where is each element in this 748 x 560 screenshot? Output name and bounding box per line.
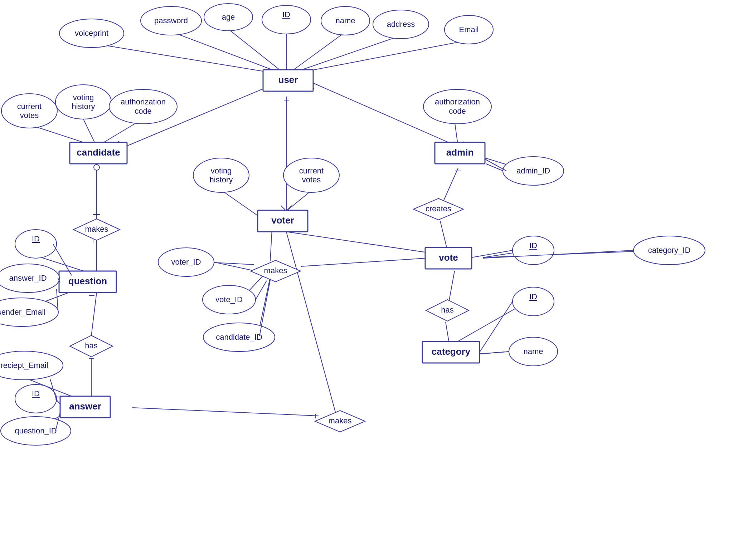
entity-candidate: candidate	[70, 142, 127, 164]
attr-makes2-candidate-id: candidate_ID	[203, 323, 275, 352]
attr-vote-category-id: category_ID	[633, 236, 705, 265]
attr-user-address: address	[373, 10, 429, 39]
svg-text:answer: answer	[69, 401, 101, 412]
rel-creates: creates	[413, 198, 463, 220]
svg-text:history: history	[72, 102, 95, 111]
svg-text:history: history	[210, 175, 233, 184]
svg-text:name: name	[523, 347, 543, 356]
attr-question-answer-id: answer_ID	[0, 264, 59, 293]
svg-line-160	[480, 301, 513, 352]
svg-point-95	[262, 5, 311, 34]
svg-text:votes: votes	[20, 111, 39, 120]
attr-user-email: Email	[445, 15, 493, 44]
svg-line-31	[270, 229, 272, 261]
svg-text:question: question	[68, 276, 107, 286]
svg-point-129	[513, 236, 554, 265]
rel-makes1: makes	[73, 219, 120, 240]
attr-user-age: age	[204, 4, 253, 31]
rel-makes3: makes	[315, 411, 365, 432]
svg-text:has: has	[85, 341, 97, 350]
svg-line-44	[440, 221, 447, 250]
svg-text:password: password	[154, 16, 188, 25]
svg-text:makes: makes	[264, 266, 287, 275]
svg-text:voting: voting	[73, 93, 94, 102]
entity-category: category	[422, 342, 480, 363]
attr-admin-auth-code: authorization code	[423, 89, 491, 124]
entity-user: user	[263, 70, 313, 91]
er-diagram: user candidate voter admin question answ…	[0, 0, 748, 560]
svg-line-42	[444, 168, 458, 200]
svg-text:voiceprint: voiceprint	[75, 29, 108, 38]
svg-line-39	[286, 232, 437, 254]
svg-text:candidate_ID: candidate_ID	[216, 333, 262, 342]
svg-text:authorization: authorization	[121, 97, 166, 106]
svg-text:question_ID: question_ID	[15, 426, 57, 435]
svg-line-29	[222, 191, 261, 218]
svg-text:admin: admin	[446, 147, 474, 158]
svg-text:vote_ID: vote_ID	[215, 295, 243, 304]
attr-cand-auth-code: authorization code	[109, 89, 177, 124]
svg-line-5	[286, 33, 344, 75]
entity-question: question	[59, 271, 116, 293]
svg-text:votes: votes	[302, 175, 321, 184]
svg-line-8	[97, 44, 286, 75]
entity-answer: answer	[60, 396, 110, 418]
attr-admin-id: admin_ID	[503, 157, 564, 185]
svg-text:voter: voter	[271, 215, 294, 226]
svg-text:vote: vote	[439, 252, 458, 263]
svg-text:makes: makes	[329, 416, 352, 425]
svg-text:age: age	[222, 13, 235, 21]
svg-text:name: name	[335, 16, 355, 25]
svg-text:creates: creates	[426, 204, 451, 213]
attr-user-voiceprint: voiceprint	[59, 19, 124, 48]
svg-point-143	[15, 230, 57, 258]
attr-cand-current-votes: current votes	[1, 94, 57, 128]
svg-line-4	[229, 30, 286, 75]
svg-text:ID: ID	[282, 10, 290, 19]
attr-answer-reciept-email: reciept_Email	[0, 351, 63, 380]
svg-text:code: code	[135, 107, 152, 116]
attr-question-id: ID	[15, 230, 57, 258]
svg-text:candidate: candidate	[77, 147, 120, 158]
svg-text:has: has	[441, 305, 453, 314]
attr-user-name: name	[321, 6, 370, 35]
svg-text:voting: voting	[211, 166, 232, 175]
svg-text:current: current	[17, 102, 42, 111]
svg-line-3	[175, 33, 286, 75]
svg-line-157	[256, 281, 267, 300]
svg-text:user: user	[278, 74, 298, 85]
svg-line-161	[480, 352, 509, 354]
attr-vote-id: ID	[513, 236, 554, 265]
rel-has2: has	[426, 300, 469, 321]
svg-line-64	[132, 408, 319, 416]
svg-text:current: current	[299, 166, 324, 175]
svg-text:answer_ID: answer_ID	[9, 274, 47, 283]
svg-line-66	[286, 232, 336, 416]
svg-text:Email: Email	[459, 25, 479, 34]
attr-user-id: ID	[262, 5, 311, 34]
svg-line-54	[91, 293, 97, 336]
attr-category-name: name	[509, 337, 558, 366]
svg-text:ID: ID	[32, 234, 40, 243]
svg-line-50	[446, 322, 449, 343]
svg-point-151	[15, 384, 57, 413]
svg-line-30	[286, 191, 311, 211]
attr-answer-question-id: question_ID	[1, 417, 71, 445]
svg-text:ID: ID	[32, 389, 40, 398]
svg-text:authorization: authorization	[435, 97, 480, 106]
svg-line-48	[449, 271, 455, 300]
attr-question-sender-email: sender_Email	[0, 298, 58, 326]
rel-makes2: makes	[251, 260, 301, 282]
svg-text:category_ID: category_ID	[648, 246, 691, 255]
svg-text:admin_ID: admin_ID	[516, 166, 550, 175]
svg-text:makes: makes	[85, 225, 108, 234]
svg-line-37	[301, 257, 437, 266]
entity-voter: voter	[258, 210, 308, 232]
svg-text:ID: ID	[529, 241, 537, 250]
svg-point-133	[513, 287, 554, 316]
svg-text:voter_ID: voter_ID	[171, 257, 201, 266]
svg-text:reciept_Email: reciept_Email	[0, 361, 48, 370]
attr-user-password: password	[141, 6, 201, 35]
svg-text:category: category	[432, 346, 471, 357]
entity-admin: admin	[435, 142, 485, 164]
